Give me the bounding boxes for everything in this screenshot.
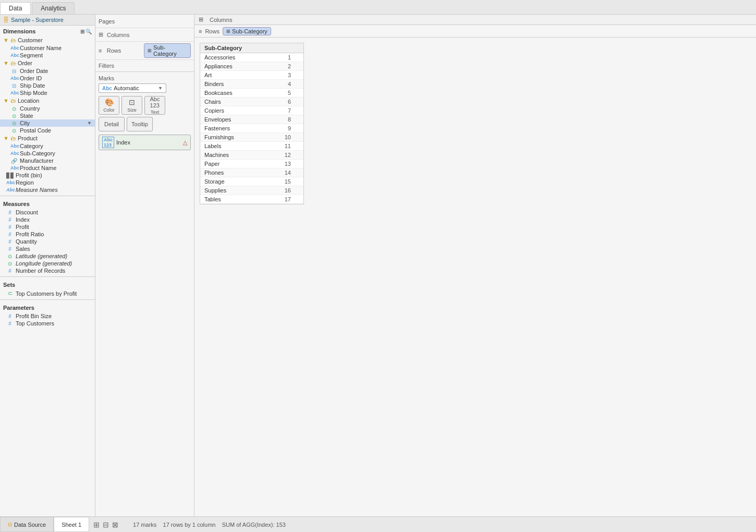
dim-order-date[interactable]: ⊟ Order Date (0, 67, 95, 75)
hash-icon-discount: # (6, 210, 14, 215)
table-cell-value: 1 (273, 53, 294, 62)
param-top-customers[interactable]: # Top Customers (0, 320, 95, 327)
dim-segment[interactable]: Abc Segment (0, 52, 95, 59)
index-pill[interactable]: Abc123 Index △ (99, 135, 191, 150)
sheet-tab[interactable]: Sheet 1 (54, 517, 89, 532)
params-divider (0, 299, 95, 300)
status-bar: ⊟ Data Source Sheet 1 ⊞ ⊟ ⊠ 17 marks 17 … (0, 516, 756, 532)
canvas-rows-shelf: ≡ Rows ⊞ Sub-Category (194, 25, 756, 38)
center-area: Pages ⊞ Columns ≡ Rows ⊞ Sub-Category Fi… (95, 15, 756, 516)
shelves-panel: Pages ⊞ Columns ≡ Rows ⊞ Sub-Category Fi… (95, 15, 194, 516)
hash-icon-sales: # (6, 246, 14, 252)
table-cell-name: Copiers (200, 106, 273, 115)
color-button[interactable]: 🎨 Color (99, 96, 119, 115)
table-cell-value: 4 (273, 80, 294, 88)
table-row: Art3 (200, 71, 303, 80)
size-button[interactable]: ⊡ Size (121, 96, 142, 115)
dim-state[interactable]: ⊙ State (0, 112, 95, 119)
tab-data[interactable]: Data (0, 2, 31, 14)
measure-longitude[interactable]: ⊙ Longitude (generated) (0, 260, 95, 267)
table-row: Fasteners9 (200, 124, 303, 133)
color-label: Color (103, 107, 115, 113)
dim-product-name[interactable]: Abc Product Name (0, 164, 95, 172)
dim-country[interactable]: ⊙ Country (0, 105, 95, 112)
table-cell-value: 14 (273, 168, 294, 177)
globe-icon-city: ⊙ (10, 120, 18, 126)
pill-grid-icon: ⊞ (148, 48, 152, 53)
index-abc-tag: Abc123 (102, 137, 114, 148)
dimensions-grid-icon[interactable]: ⊞ (80, 29, 84, 34)
canvas-pill-icon: ⊞ (226, 29, 230, 34)
dim-city[interactable]: ⊙ City ▼ (0, 119, 95, 127)
set-top-customers[interactable]: ⊂ Top Customers by Profit (0, 289, 95, 297)
table-cell-name: Fasteners (200, 124, 273, 132)
sheet-tab-label: Sheet 1 (62, 522, 81, 528)
rows-label: Rows (107, 47, 142, 54)
measure-index[interactable]: # Index (0, 216, 95, 223)
measure-quantity[interactable]: # Quantity (0, 238, 95, 245)
customer-group-header[interactable]: ▼ 🗁 Customer (0, 36, 95, 44)
columns-grid-icon: ⊞ (99, 31, 103, 38)
measure-profit-ratio[interactable]: # Profit Ratio (0, 231, 95, 238)
order-folder-icon: ▼ (3, 60, 9, 66)
abc-icon-prodname: Abc (10, 165, 18, 171)
table-cell-value: 3 (273, 71, 294, 79)
table-row: Envelopes8 (200, 115, 303, 124)
table-row: Labels11 (200, 142, 303, 151)
index-label: Index (116, 139, 130, 146)
dim-sub-category[interactable]: Abc Sub-Category (0, 150, 95, 157)
status-marks-info: 17 marks 17 rows by 1 column SUM of AGG(… (125, 522, 294, 528)
dim-profit-bin[interactable]: ▊▊ Profit (bin) (0, 172, 95, 179)
product-folder-icon: ▼ (3, 135, 9, 141)
param-profit-bin-size[interactable]: # Profit Bin Size (0, 312, 95, 320)
tooltip-button[interactable]: Tooltip (127, 117, 153, 131)
table-cell-value: 7 (273, 106, 294, 115)
dim-category[interactable]: Abc Category (0, 142, 95, 150)
sub-category-pill[interactable]: ⊞ Sub-Category (144, 43, 191, 58)
location-group-header[interactable]: ▼ 🗁 Location (0, 96, 95, 105)
text-button[interactable]: Abc123 Text (144, 96, 165, 115)
product-group-header[interactable]: ▼ 🗁 Product (0, 134, 95, 142)
measure-discount[interactable]: # Discount (0, 209, 95, 216)
datasource-tab[interactable]: ⊟ Data Source (0, 517, 54, 532)
sidebar-scroll: Dimensions ⊞ 🔍 ▼ 🗁 Customer Abc Customer… (0, 26, 95, 516)
set-icon: ⊂ (6, 290, 14, 297)
dim-manufacturer[interactable]: 🔗 Manufacturer (0, 157, 95, 164)
table-cell-value: 8 (273, 115, 294, 124)
new-sheet-icon[interactable]: ⊞ (93, 521, 100, 529)
new-story-icon[interactable]: ⊠ (112, 521, 118, 529)
dim-ship-date[interactable]: ⊟ Ship Date (0, 82, 95, 89)
order-group-header[interactable]: ▼ 🗁 Order (0, 59, 95, 67)
new-dashboard-icon[interactable]: ⊟ (103, 521, 109, 529)
measure-sales[interactable]: # Sales (0, 245, 95, 252)
location-folder-shape: 🗁 (10, 98, 16, 104)
dim-postal-code[interactable]: ⊙ Postal Code (0, 127, 95, 134)
table-row: Tables17 (200, 195, 303, 204)
dimensions-search-icon[interactable]: 🔍 (86, 29, 92, 34)
dim-customer-name[interactable]: Abc Customer Name (0, 44, 95, 52)
hash-icon-profitratio: # (6, 232, 14, 237)
dim-region[interactable]: Abc Region (0, 179, 95, 186)
tooltip-label: Tooltip (131, 121, 148, 127)
dim-measure-names[interactable]: Abc Measure Names (0, 186, 95, 194)
table-cell-value: 17 (273, 195, 294, 203)
table-row: Storage15 (200, 177, 303, 186)
dim-ship-mode[interactable]: Abc Ship Mode (0, 89, 95, 96)
marks-dropdown[interactable]: Abc Automatic ▼ (99, 83, 166, 93)
order-folder-shape: 🗁 (10, 60, 16, 66)
abc-icon-subcat: Abc (10, 151, 18, 156)
measure-num-records[interactable]: # Number of Records (0, 267, 95, 274)
detail-button[interactable]: Detail (99, 117, 125, 131)
rows-shelf: ≡ Rows ⊞ Sub-Category (95, 42, 194, 60)
table-row: Binders4 (200, 80, 303, 89)
dim-order-id[interactable]: Abc Order ID (0, 75, 95, 82)
size-icon: ⊡ (129, 98, 135, 106)
pages-label: Pages (99, 18, 135, 25)
hash-icon-numrecords: # (6, 268, 14, 274)
table-cell-value: 5 (273, 89, 294, 97)
measure-profit[interactable]: # Profit (0, 223, 95, 231)
canvas-sub-category-pill[interactable]: ⊞ Sub-Category (223, 27, 271, 35)
table-cell-name: Art (200, 71, 273, 79)
tab-analytics[interactable]: Analytics (32, 2, 75, 14)
measure-latitude[interactable]: ⊙ Latitude (generated) (0, 252, 95, 260)
